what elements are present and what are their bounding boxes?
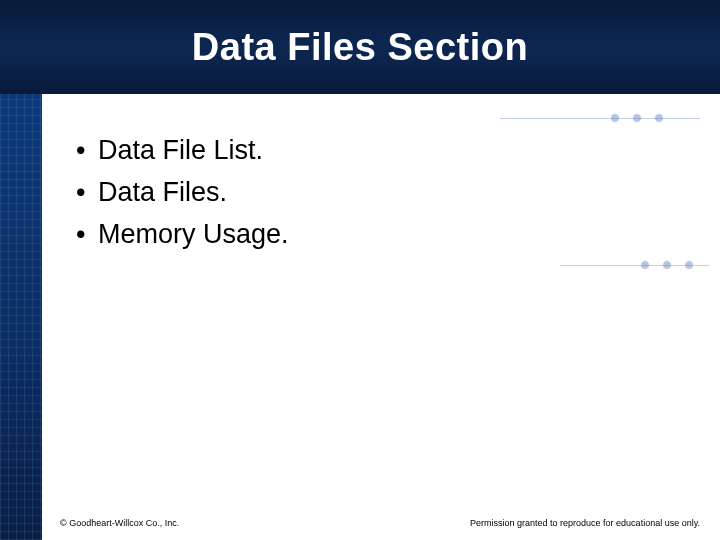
decoration-dot <box>632 113 642 123</box>
list-item: Memory Usage. <box>70 214 680 256</box>
bullet-list: Data File List. Data Files. Memory Usage… <box>70 130 680 256</box>
slide-title: Data Files Section <box>192 26 528 69</box>
decoration-dot <box>684 260 694 270</box>
decoration-dot <box>610 113 620 123</box>
decoration-dot <box>640 260 650 270</box>
slide-footer: © Goodheart-Willcox Co., Inc. Permission… <box>60 518 700 528</box>
decoration-dot <box>662 260 672 270</box>
left-sidebar-decoration <box>0 94 42 540</box>
list-item: Data File List. <box>70 130 680 172</box>
decoration-dot <box>654 113 664 123</box>
permission-text: Permission granted to reproduce for educ… <box>470 518 700 528</box>
slide-content: Data File List. Data Files. Memory Usage… <box>70 130 680 256</box>
slide-header: Data Files Section <box>0 0 720 94</box>
decoration-line <box>500 118 700 119</box>
list-item: Data Files. <box>70 172 680 214</box>
copyright-text: © Goodheart-Willcox Co., Inc. <box>60 518 179 528</box>
